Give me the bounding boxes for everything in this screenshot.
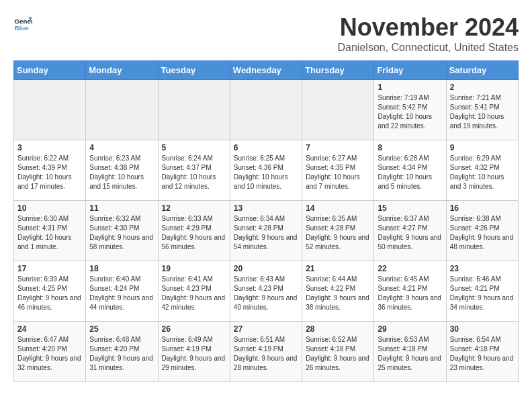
day-number: 29 xyxy=(378,324,442,334)
day-number: 20 xyxy=(234,264,298,273)
calendar-cell: 16Sunrise: 6:38 AM Sunset: 4:26 PM Dayli… xyxy=(446,201,518,261)
day-info: Sunrise: 6:49 AM Sunset: 4:19 PM Dayligh… xyxy=(162,335,226,373)
day-number: 14 xyxy=(306,203,370,213)
day-number: 6 xyxy=(234,143,298,152)
day-info: Sunrise: 6:27 AM Sunset: 4:35 PM Dayligh… xyxy=(306,154,370,191)
calendar-cell: 24Sunrise: 6:47 AM Sunset: 4:20 PM Dayli… xyxy=(14,322,86,382)
calendar-cell: 3Sunrise: 6:22 AM Sunset: 4:39 PM Daylig… xyxy=(14,140,86,201)
day-info: Sunrise: 6:33 AM Sunset: 4:29 PM Dayligh… xyxy=(162,214,226,252)
day-info: Sunrise: 6:48 AM Sunset: 4:20 PM Dayligh… xyxy=(89,335,154,373)
day-number: 28 xyxy=(306,324,370,334)
day-info: Sunrise: 6:47 AM Sunset: 4:20 PM Dayligh… xyxy=(17,335,82,373)
day-number: 15 xyxy=(378,203,442,213)
day-info: Sunrise: 6:29 AM Sunset: 4:32 PM Dayligh… xyxy=(450,154,515,191)
day-number: 4 xyxy=(89,143,154,152)
day-number: 17 xyxy=(17,264,82,273)
calendar-cell: 29Sunrise: 6:53 AM Sunset: 4:18 PM Dayli… xyxy=(374,322,446,382)
day-info: Sunrise: 6:51 AM Sunset: 4:19 PM Dayligh… xyxy=(234,335,298,373)
day-number: 30 xyxy=(450,324,515,334)
calendar-cell: 8Sunrise: 6:28 AM Sunset: 4:34 PM Daylig… xyxy=(374,140,446,201)
day-info: Sunrise: 6:44 AM Sunset: 4:22 PM Dayligh… xyxy=(306,275,370,312)
day-number: 2 xyxy=(450,83,515,92)
header-wednesday: Wednesday xyxy=(230,61,302,80)
day-info: Sunrise: 6:54 AM Sunset: 4:18 PM Dayligh… xyxy=(450,335,515,373)
day-number: 16 xyxy=(450,203,515,213)
day-number: 8 xyxy=(378,143,442,152)
calendar-header-row: Sunday Monday Tuesday Wednesday Thursday… xyxy=(14,61,519,80)
day-info: Sunrise: 6:24 AM Sunset: 4:37 PM Dayligh… xyxy=(162,154,226,191)
calendar-cell: 2Sunrise: 7:21 AM Sunset: 5:41 PM Daylig… xyxy=(446,80,518,140)
calendar-cell: 10Sunrise: 6:30 AM Sunset: 4:31 PM Dayli… xyxy=(14,201,86,261)
title-section: November 2024 Danielson, Connecticut, Un… xyxy=(338,13,519,54)
day-info: Sunrise: 6:39 AM Sunset: 4:25 PM Dayligh… xyxy=(17,275,82,312)
day-number: 9 xyxy=(450,143,515,152)
day-number: 26 xyxy=(162,324,226,334)
day-info: Sunrise: 6:41 AM Sunset: 4:23 PM Dayligh… xyxy=(162,275,226,312)
day-number: 18 xyxy=(89,264,154,273)
day-info: Sunrise: 6:52 AM Sunset: 4:18 PM Dayligh… xyxy=(306,335,370,373)
day-number: 22 xyxy=(378,264,442,273)
header-friday: Friday xyxy=(374,61,446,80)
day-info: Sunrise: 6:45 AM Sunset: 4:21 PM Dayligh… xyxy=(378,275,442,312)
calendar-cell: 23Sunrise: 6:46 AM Sunset: 4:21 PM Dayli… xyxy=(446,261,518,322)
calendar-cell: 19Sunrise: 6:41 AM Sunset: 4:23 PM Dayli… xyxy=(158,261,230,322)
header-tuesday: Tuesday xyxy=(158,61,230,80)
day-info: Sunrise: 6:43 AM Sunset: 4:23 PM Dayligh… xyxy=(234,275,298,312)
calendar-cell: 22Sunrise: 6:45 AM Sunset: 4:21 PM Dayli… xyxy=(374,261,446,322)
day-number: 21 xyxy=(306,264,370,273)
page-title: November 2024 xyxy=(338,13,519,42)
calendar-cell xyxy=(158,80,230,140)
day-number: 11 xyxy=(89,203,154,213)
calendar-cell xyxy=(86,80,158,140)
day-number: 19 xyxy=(162,264,226,273)
day-info: Sunrise: 6:34 AM Sunset: 4:28 PM Dayligh… xyxy=(234,214,298,252)
header-sunday: Sunday xyxy=(14,61,86,80)
logo: General Blue xyxy=(13,13,32,32)
day-info: Sunrise: 6:30 AM Sunset: 4:31 PM Dayligh… xyxy=(17,214,82,252)
day-number: 24 xyxy=(17,324,82,334)
header-saturday: Saturday xyxy=(446,61,518,80)
day-number: 5 xyxy=(162,143,226,152)
calendar-week-row: 10Sunrise: 6:30 AM Sunset: 4:31 PM Dayli… xyxy=(14,201,519,261)
calendar-cell: 14Sunrise: 6:35 AM Sunset: 4:28 PM Dayli… xyxy=(302,201,374,261)
day-number: 7 xyxy=(306,143,370,152)
calendar-table: Sunday Monday Tuesday Wednesday Thursday… xyxy=(13,60,519,382)
calendar-cell: 13Sunrise: 6:34 AM Sunset: 4:28 PM Dayli… xyxy=(230,201,302,261)
header-monday: Monday xyxy=(86,61,158,80)
calendar-cell: 26Sunrise: 6:49 AM Sunset: 4:19 PM Dayli… xyxy=(158,322,230,382)
calendar-cell: 12Sunrise: 6:33 AM Sunset: 4:29 PM Dayli… xyxy=(158,201,230,261)
page-subtitle: Danielson, Connecticut, United States xyxy=(338,42,519,54)
calendar-cell: 4Sunrise: 6:23 AM Sunset: 4:38 PM Daylig… xyxy=(86,140,158,201)
day-number: 25 xyxy=(89,324,154,334)
calendar-cell: 21Sunrise: 6:44 AM Sunset: 4:22 PM Dayli… xyxy=(302,261,374,322)
calendar-cell: 25Sunrise: 6:48 AM Sunset: 4:20 PM Dayli… xyxy=(86,322,158,382)
calendar-week-row: 1Sunrise: 7:19 AM Sunset: 5:42 PM Daylig… xyxy=(14,80,519,140)
calendar-week-row: 17Sunrise: 6:39 AM Sunset: 4:25 PM Dayli… xyxy=(14,261,519,322)
calendar-cell: 6Sunrise: 6:25 AM Sunset: 4:36 PM Daylig… xyxy=(230,140,302,201)
day-info: Sunrise: 6:32 AM Sunset: 4:30 PM Dayligh… xyxy=(89,214,154,252)
calendar-cell: 9Sunrise: 6:29 AM Sunset: 4:32 PM Daylig… xyxy=(446,140,518,201)
day-info: Sunrise: 6:37 AM Sunset: 4:27 PM Dayligh… xyxy=(378,214,442,252)
calendar-cell: 5Sunrise: 6:24 AM Sunset: 4:37 PM Daylig… xyxy=(158,140,230,201)
calendar-week-row: 3Sunrise: 6:22 AM Sunset: 4:39 PM Daylig… xyxy=(14,140,519,201)
day-info: Sunrise: 6:46 AM Sunset: 4:21 PM Dayligh… xyxy=(450,275,515,312)
day-info: Sunrise: 7:21 AM Sunset: 5:41 PM Dayligh… xyxy=(450,93,515,131)
day-info: Sunrise: 6:38 AM Sunset: 4:26 PM Dayligh… xyxy=(450,214,515,252)
calendar-cell: 7Sunrise: 6:27 AM Sunset: 4:35 PM Daylig… xyxy=(302,140,374,201)
calendar-cell xyxy=(230,80,302,140)
calendar-cell: 27Sunrise: 6:51 AM Sunset: 4:19 PM Dayli… xyxy=(230,322,302,382)
day-number: 13 xyxy=(234,203,298,213)
day-number: 12 xyxy=(162,203,226,213)
day-number: 10 xyxy=(17,203,82,213)
calendar-cell: 30Sunrise: 6:54 AM Sunset: 4:18 PM Dayli… xyxy=(446,322,518,382)
svg-text:Blue: Blue xyxy=(14,24,29,32)
day-number: 1 xyxy=(378,83,442,92)
day-info: Sunrise: 6:25 AM Sunset: 4:36 PM Dayligh… xyxy=(234,154,298,191)
day-info: Sunrise: 6:40 AM Sunset: 4:24 PM Dayligh… xyxy=(89,275,154,312)
calendar-cell xyxy=(302,80,374,140)
day-info: Sunrise: 6:22 AM Sunset: 4:39 PM Dayligh… xyxy=(17,154,82,191)
calendar-cell: 11Sunrise: 6:32 AM Sunset: 4:30 PM Dayli… xyxy=(86,201,158,261)
day-info: Sunrise: 6:23 AM Sunset: 4:38 PM Dayligh… xyxy=(89,154,154,191)
day-info: Sunrise: 6:28 AM Sunset: 4:34 PM Dayligh… xyxy=(378,154,442,191)
calendar-cell xyxy=(14,80,86,140)
